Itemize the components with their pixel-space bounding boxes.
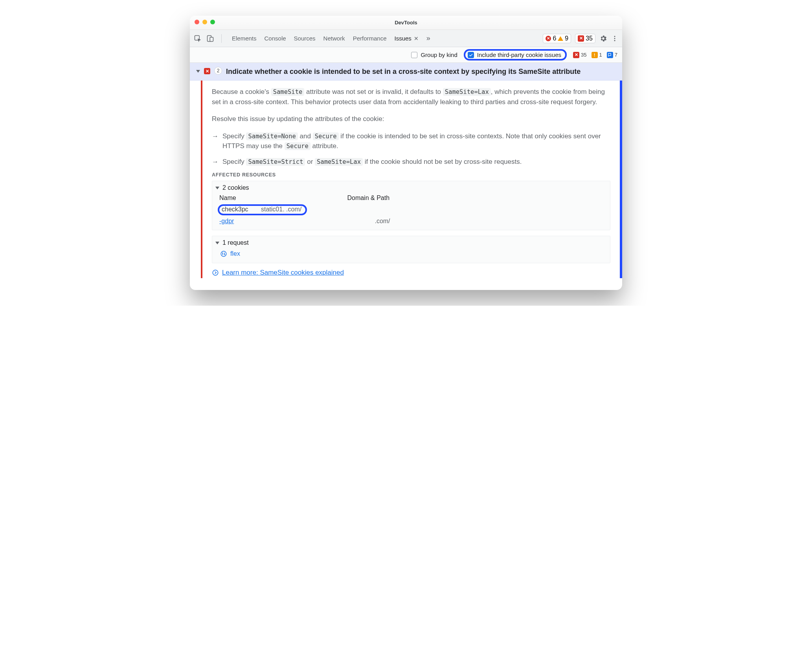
close-window-button[interactable]	[195, 20, 199, 24]
highlight-right-edge	[620, 81, 622, 278]
devtools-window: DevTools Elements Console Sources	[190, 16, 622, 290]
external-link-icon	[212, 269, 219, 276]
cookie-name: check3pc	[222, 206, 261, 213]
error-square-icon: ✕	[573, 52, 579, 58]
svg-point-5	[614, 40, 615, 41]
titlebar: DevTools	[190, 16, 622, 30]
cookies-header[interactable]: 2 cookies	[215, 183, 607, 194]
request-name[interactable]: flex	[230, 250, 240, 257]
panel-tabs: Elements Console Sources Network Perform…	[232, 34, 430, 42]
expand-caret-icon[interactable]	[196, 70, 200, 73]
table-row[interactable]: check3pc static01. .com/	[215, 203, 607, 216]
issue-body: Because a cookie's SameSite attribute wa…	[190, 81, 622, 278]
group-by-kind-label: Group by kind	[421, 51, 457, 58]
cookies-table: Name Domain & Path check3pc static01. .c…	[215, 194, 607, 226]
checkbox-icon	[411, 52, 417, 58]
close-tab-icon[interactable]: ✕	[414, 35, 419, 42]
expand-caret-icon[interactable]	[215, 187, 219, 189]
svg-point-3	[614, 36, 615, 37]
error-count: 6	[553, 35, 556, 42]
issues-count: 35	[586, 35, 593, 42]
info-square-icon	[607, 52, 613, 58]
code-samesite-lax-2: SameSite=Lax	[315, 158, 363, 166]
code-samesite-none: SameSite=None	[246, 132, 298, 140]
col-name: Name	[215, 194, 343, 203]
network-request-icon	[220, 250, 227, 257]
affected-resources-label: AFFECTED RESOURCES	[212, 172, 610, 178]
tab-network[interactable]: Network	[323, 35, 345, 42]
code-samesite-lax: SameSite=Lax	[443, 88, 491, 96]
cookie-name-link[interactable]: -gdpr	[219, 218, 234, 224]
inspect-element-icon[interactable]	[194, 35, 202, 42]
tabs-overflow-icon[interactable]: »	[426, 34, 430, 42]
issues-count-chip[interactable]: ✕ 35	[575, 34, 595, 43]
include-third-party-label: Include third-party cookie issues	[477, 51, 561, 58]
issue-title: Indicate whether a cookie is intended to…	[226, 67, 616, 76]
highlighted-cookie-row: check3pc static01. .com/	[218, 204, 307, 215]
svg-point-6	[221, 251, 226, 257]
warning-icon	[558, 36, 563, 41]
warning-count: 9	[565, 35, 568, 42]
settings-icon[interactable]	[599, 35, 607, 42]
group-by-kind-toggle[interactable]: Group by kind	[411, 51, 457, 58]
error-icon: ✕	[546, 36, 551, 41]
code-secure: Secure	[313, 132, 339, 140]
console-counts[interactable]: ✕ 6 9	[543, 34, 571, 43]
table-row[interactable]: -gdpr .com/	[215, 216, 607, 226]
arrow-icon: →	[212, 131, 219, 151]
tab-performance[interactable]: Performance	[353, 35, 387, 42]
window-controls	[195, 20, 215, 24]
errors-value: 35	[581, 52, 586, 58]
issue-header[interactable]: ✕ 2 Indicate whether a cookie is intende…	[190, 63, 622, 81]
maximize-window-button[interactable]	[210, 20, 215, 24]
requests-header[interactable]: 1 request	[215, 238, 607, 249]
tab-console[interactable]: Console	[265, 35, 286, 42]
code-secure-2: Secure	[285, 142, 310, 150]
tab-sources[interactable]: Sources	[294, 35, 316, 42]
cookie-domain: .com/	[375, 218, 390, 224]
toolbar-right: ✕ 6 9 ✕ 35	[543, 34, 618, 43]
cookies-section: 2 cookies Name Domain & Path check3pc st…	[212, 181, 610, 230]
issue-bullet-1: → Specify SameSite=None and Secure if th…	[212, 131, 610, 151]
warning-square-icon: !	[592, 52, 598, 58]
svg-point-7	[213, 270, 218, 276]
code-samesite: SameSite	[271, 88, 305, 96]
svg-point-4	[614, 38, 615, 39]
issue-severity-counts: ✕ 35 ! 1 7	[573, 52, 617, 58]
issue-occurrence-count: 2	[214, 67, 222, 75]
main-toolbar: Elements Console Sources Network Perform…	[190, 30, 622, 47]
warnings-value: 1	[599, 52, 602, 58]
learn-more-link[interactable]: Learn more: SameSite cookies explained	[212, 269, 610, 277]
issues-content: ✕ 2 Indicate whether a cookie is intende…	[190, 63, 622, 290]
issue-bullet-2: → Specify SameSite=Strict or SameSite=La…	[212, 157, 610, 167]
code-samesite-strict: SameSite=Strict	[246, 158, 305, 166]
window-title: DevTools	[395, 20, 417, 26]
issue-description-2: Resolve this issue by updating the attri…	[212, 114, 610, 124]
warnings-chip[interactable]: ! 1	[592, 52, 602, 58]
cookie-domain: static01. .com/	[261, 206, 301, 213]
issue-severity-icon: ✕	[204, 68, 210, 74]
info-value: 7	[615, 52, 617, 58]
tab-issues-label: Issues	[395, 35, 412, 42]
requests-header-label: 1 request	[222, 239, 249, 246]
learn-more-text[interactable]: Learn more: SameSite cookies explained	[222, 269, 344, 277]
include-third-party-toggle[interactable]: Include third-party cookie issues	[464, 49, 567, 61]
minimize-window-button[interactable]	[202, 20, 207, 24]
table-header-row: Name Domain & Path	[215, 194, 607, 203]
requests-section: 1 request flex	[212, 236, 610, 263]
request-row[interactable]: flex	[215, 249, 607, 259]
info-chip[interactable]: 7	[607, 52, 617, 58]
tab-elements[interactable]: Elements	[232, 35, 257, 42]
issues-icon: ✕	[578, 35, 584, 42]
tab-issues[interactable]: Issues ✕	[395, 35, 419, 42]
arrow-icon: →	[212, 157, 219, 167]
col-domain: Domain & Path	[343, 194, 607, 203]
device-toolbar-icon[interactable]	[206, 35, 214, 42]
issue-description-1: Because a cookie's SameSite attribute wa…	[212, 87, 610, 107]
svg-rect-2	[210, 37, 213, 41]
issues-toolbar: Group by kind Include third-party cookie…	[190, 47, 622, 63]
errors-chip[interactable]: ✕ 35	[573, 52, 586, 58]
expand-caret-icon[interactable]	[215, 242, 219, 244]
cookies-header-label: 2 cookies	[222, 184, 249, 191]
more-menu-icon[interactable]	[611, 35, 618, 42]
